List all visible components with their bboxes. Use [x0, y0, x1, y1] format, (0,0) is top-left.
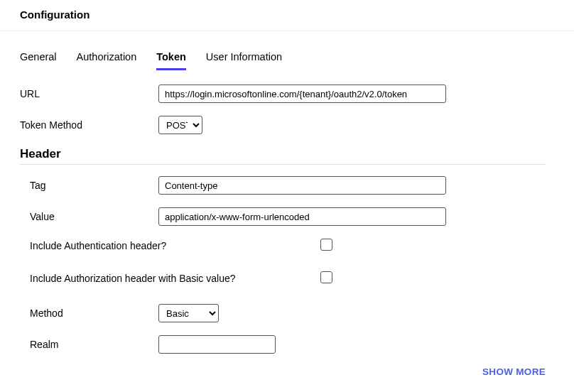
method-select[interactable]: Basic [158, 304, 219, 322]
tabs: General Authorization Token User Informa… [0, 31, 574, 70]
section-divider [20, 164, 546, 165]
tab-user-information[interactable]: User Information [206, 51, 282, 70]
include-auth-header-checkbox[interactable] [320, 239, 332, 251]
tag-input[interactable] [158, 176, 446, 195]
tab-token[interactable]: Token [156, 51, 186, 70]
tab-authorization[interactable]: Authorization [77, 51, 137, 70]
page-title: Configuration [0, 9, 574, 31]
url-input[interactable] [158, 85, 446, 103]
url-label: URL [20, 88, 158, 99]
value-input[interactable] [158, 207, 446, 226]
include-auth-header-label: Include Authentication header? [30, 240, 166, 251]
include-basic-checkbox[interactable] [320, 271, 332, 283]
realm-input[interactable] [158, 335, 276, 354]
method-label: Method [30, 307, 158, 319]
show-more-button[interactable]: SHOW MORE [0, 354, 574, 377]
tab-general[interactable]: General [20, 51, 57, 70]
value-label: Value [30, 211, 158, 222]
header-section-title: Header [20, 147, 546, 161]
include-basic-label: Include Authorization header with Basic … [30, 273, 236, 284]
realm-label: Realm [30, 339, 158, 350]
token-method-select[interactable]: POST [158, 116, 202, 134]
tag-label: Tag [30, 180, 158, 191]
token-method-label: Token Method [20, 119, 158, 131]
